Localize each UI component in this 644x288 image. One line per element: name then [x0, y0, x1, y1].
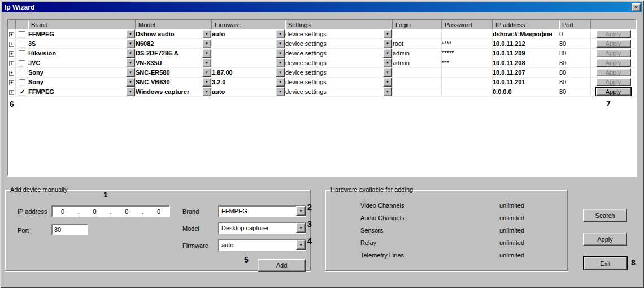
brand-combobox[interactable]: JVC▼ [28, 58, 136, 68]
row-apply-button[interactable]: Apply [596, 78, 631, 86]
chevron-down-icon[interactable]: ▼ [202, 58, 211, 67]
chevron-down-icon[interactable]: ▼ [276, 68, 285, 77]
col-header-login[interactable]: Login [393, 20, 442, 29]
chevron-down-icon[interactable]: ▼ [383, 39, 392, 48]
model-dropdown[interactable]: Desktop capturer ▼ [218, 222, 306, 234]
col-header-firmware[interactable]: Firmware [212, 20, 285, 29]
port-field[interactable]: 0 [559, 29, 591, 39]
port-field[interactable]: 80 [559, 49, 591, 58]
exit-button[interactable]: Exit [584, 257, 627, 270]
chevron-down-icon[interactable]: ▼ [383, 49, 392, 58]
password-field[interactable] [442, 78, 493, 87]
ip-address-field[interactable]: 0.0.0.0 [493, 87, 559, 97]
settings-combobox[interactable]: device settings▼ [285, 78, 393, 87]
chevron-down-icon[interactable]: ▼ [126, 87, 135, 96]
chevron-down-icon[interactable]: ▼ [383, 58, 392, 67]
model-combobox[interactable]: DS-2DF7286-A▼ [136, 49, 212, 58]
expand-icon[interactable]: + [9, 90, 14, 95]
brand-combobox[interactable]: Sony▼ [28, 68, 136, 78]
expand-icon[interactable]: + [9, 32, 14, 37]
row-apply-button[interactable]: Apply [596, 40, 631, 48]
settings-combobox[interactable]: device settings▼ [285, 29, 393, 39]
model-combobox[interactable]: Dshow audio▼ [136, 29, 212, 39]
model-combobox[interactable]: N6082▼ [136, 39, 212, 49]
firmware-combobox[interactable]: 1.87.00▼ [212, 68, 285, 78]
chevron-down-icon[interactable]: ▼ [202, 49, 211, 58]
expand-icon[interactable]: + [9, 51, 14, 57]
ip-address-field[interactable]: 10.0.11.212 [493, 39, 559, 49]
ip-address-field[interactable]: dshow://:Микрофон [493, 29, 559, 39]
chevron-down-icon[interactable]: ▼ [276, 49, 285, 58]
chevron-down-icon[interactable]: ▼ [202, 29, 211, 38]
row-checkbox[interactable] [19, 41, 25, 48]
col-header-password[interactable]: Password [442, 20, 493, 29]
ip-address-field[interactable]: 10.0.11.201 [493, 78, 559, 87]
password-field[interactable]: ***** [442, 49, 493, 58]
chevron-down-icon[interactable]: ▼ [126, 58, 135, 67]
row-checkbox[interactable] [19, 79, 25, 86]
login-field[interactable] [393, 87, 442, 97]
chevron-down-icon[interactable]: ▼ [126, 29, 135, 38]
titlebar[interactable]: Ip Wizard ✕ [2, 2, 642, 12]
row-checkbox[interactable] [19, 89, 25, 96]
login-field[interactable] [393, 78, 442, 87]
chevron-down-icon[interactable]: ▼ [383, 78, 392, 87]
col-header-ip-address[interactable]: IP address [493, 20, 559, 29]
close-button[interactable]: ✕ [632, 3, 641, 11]
ip-address-field[interactable]: 10.0.11.207 [493, 68, 559, 78]
brand-dropdown[interactable]: FFMPEG ▼ [218, 205, 306, 217]
password-field[interactable] [442, 29, 493, 39]
model-combobox[interactable]: Windows capturer▼ [136, 87, 212, 97]
expand-icon[interactable]: + [9, 42, 14, 47]
port-field[interactable]: 80 [559, 39, 591, 49]
col-header-brand[interactable]: Brand [28, 20, 136, 29]
row-apply-button[interactable]: Apply [596, 30, 631, 38]
model-combobox[interactable]: SNC-VB630▼ [136, 78, 212, 87]
row-checkbox[interactable] [19, 70, 25, 76]
chevron-down-icon[interactable]: ▼ [383, 87, 392, 96]
chevron-down-icon[interactable]: ▼ [276, 78, 285, 87]
brand-combobox[interactable]: FFMPEG▼ [28, 87, 136, 97]
apply-button[interactable]: Apply [583, 233, 627, 246]
firmware-combobox[interactable]: 3.2.0▼ [212, 78, 285, 87]
chevron-down-icon[interactable]: ▼ [383, 29, 392, 38]
firmware-combobox[interactable]: ▼ [212, 49, 285, 58]
login-field[interactable] [393, 29, 442, 39]
ip-address-field[interactable]: 10.0.11.209 [493, 49, 559, 58]
chevron-down-icon[interactable]: ▼ [126, 49, 135, 58]
chevron-down-icon[interactable]: ▼ [126, 39, 135, 48]
brand-combobox[interactable]: Hikvision▼ [28, 49, 136, 58]
ip-address-input[interactable]: 0. 0. 0. 0 [51, 205, 170, 217]
port-input[interactable] [51, 224, 88, 235]
password-field[interactable]: **** [442, 39, 493, 49]
chevron-down-icon[interactable]: ▼ [202, 68, 211, 77]
firmware-combobox[interactable]: auto▼ [212, 29, 285, 39]
settings-combobox[interactable]: device settings▼ [285, 58, 393, 68]
port-field[interactable]: 80 [559, 78, 591, 87]
login-field[interactable]: admin [393, 58, 442, 68]
port-field[interactable]: 80 [559, 68, 591, 78]
firmware-combobox[interactable]: ▼ [212, 58, 285, 68]
chevron-down-icon[interactable]: ▼ [383, 68, 392, 77]
chevron-down-icon[interactable]: ▼ [202, 78, 211, 87]
row-apply-button[interactable]: Apply [596, 49, 631, 57]
chevron-down-icon[interactable]: ▼ [276, 29, 285, 38]
chevron-down-icon[interactable]: ▼ [202, 87, 211, 96]
login-field[interactable] [393, 68, 442, 78]
brand-combobox[interactable]: Sony▼ [28, 78, 136, 87]
row-checkbox[interactable] [19, 50, 25, 57]
firmware-combobox[interactable]: auto▼ [212, 87, 285, 97]
chevron-down-icon[interactable]: ▼ [276, 87, 285, 96]
settings-combobox[interactable]: device settings▼ [285, 39, 393, 49]
row-apply-button[interactable]: Apply [596, 88, 631, 96]
settings-combobox[interactable]: device settings▼ [285, 68, 393, 78]
settings-combobox[interactable]: device settings▼ [285, 49, 393, 58]
settings-combobox[interactable]: device settings▼ [285, 87, 393, 97]
col-header-model[interactable]: Model [136, 20, 212, 29]
chevron-down-icon[interactable]: ▼ [296, 240, 306, 250]
password-field[interactable] [442, 68, 493, 78]
row-checkbox[interactable] [19, 60, 25, 67]
chevron-down-icon[interactable]: ▼ [296, 206, 306, 216]
port-field[interactable]: 80 [559, 87, 591, 97]
row-apply-button[interactable]: Apply [596, 68, 631, 76]
